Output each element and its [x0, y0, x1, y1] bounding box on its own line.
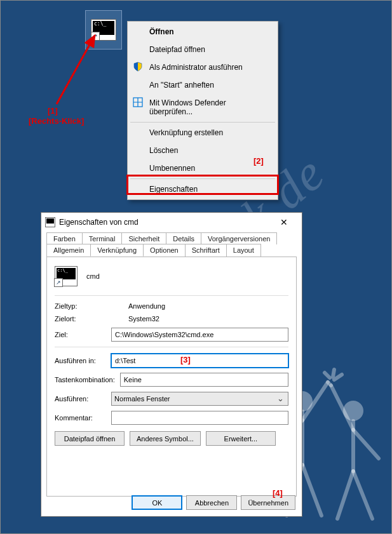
cmd-icon: [45, 217, 55, 227]
ctx-separator: [130, 178, 275, 179]
comment-input[interactable]: [111, 411, 288, 425]
ctx-separator: [130, 122, 275, 123]
ctx-defender-label: Mit Windows Defender überprüfen...: [149, 98, 226, 116]
target-loc-label: Zielort:: [55, 315, 123, 323]
divider: [55, 295, 288, 296]
run-label: Ausführen:: [55, 395, 106, 403]
run-select[interactable]: Normales Fenster: [111, 392, 288, 406]
hotkey-label: Tastenkombination:: [55, 376, 115, 384]
annotation-marker-3: [3]: [180, 355, 191, 364]
advanced-button[interactable]: Erweitert...: [206, 431, 276, 446]
target-type-label: Zieltyp:: [55, 302, 123, 310]
close-button[interactable]: ✕: [270, 215, 298, 230]
startin-input[interactable]: [111, 354, 288, 368]
tab-colors[interactable]: Farben: [46, 232, 83, 244]
ctx-run-admin-label: Als Administrator ausführen: [149, 63, 243, 72]
tab-row-1: Farben Terminal Sicherheit Details Vorgä…: [41, 232, 302, 244]
annotation-marker-1: [1]: [48, 106, 58, 116]
ok-button[interactable]: OK: [132, 495, 182, 510]
annotation-label-1: [Rechts-Klick]: [29, 116, 84, 126]
cmd-icon: ↗: [91, 19, 116, 41]
shortcut-overlay-icon: ↗: [91, 32, 100, 41]
tab-shortcut[interactable]: Verknüpfung: [90, 244, 144, 257]
tab-font[interactable]: Schriftart: [185, 244, 227, 257]
tab-panel-shortcut: ↗ cmd Zieltyp: Anwendung Zielort: System…: [46, 257, 297, 497]
hotkey-input[interactable]: [120, 373, 288, 387]
ctx-defender[interactable]: Mit Windows Defender überprüfen...: [128, 94, 278, 121]
ctx-open[interactable]: Öffnen: [128, 23, 278, 41]
ctx-create-shortcut[interactable]: Verknüpfung erstellen: [128, 124, 278, 142]
target-type-value: Anwendung: [128, 302, 288, 310]
tab-terminal[interactable]: Terminal: [82, 232, 123, 244]
desktop-shortcut-cmd[interactable]: ↗: [85, 10, 122, 50]
tab-details[interactable]: Details: [166, 232, 201, 244]
cmd-icon: ↗: [55, 266, 78, 286]
shortcut-name: cmd: [86, 272, 100, 280]
tab-layout[interactable]: Layout: [226, 244, 261, 257]
svg-point-1: [343, 401, 363, 421]
tab-general[interactable]: Allgemein: [46, 244, 91, 257]
tab-options[interactable]: Optionen: [143, 244, 186, 257]
target-input[interactable]: [111, 328, 288, 342]
target-label: Ziel:: [55, 331, 106, 338]
run-select-value: Normales Fenster: [114, 395, 170, 403]
ctx-run-admin[interactable]: Als Administrator ausführen: [128, 58, 278, 76]
cancel-button[interactable]: Abbrechen: [186, 495, 237, 510]
titlebar[interactable]: Eigenschaften von cmd ✕: [41, 213, 302, 232]
window-title: Eigenschaften von cmd: [59, 218, 139, 227]
context-menu: Öffnen Dateipfad öffnen Als Administrato…: [127, 21, 278, 200]
annotation-marker-2: [2]: [253, 156, 264, 166]
apply-button[interactable]: Übernehmen: [241, 495, 295, 510]
annotation-marker-4: [4]: [273, 488, 283, 498]
ctx-pin-start[interactable]: An "Start" anheften: [128, 76, 278, 94]
tab-row-2: Allgemein Verknüpfung Optionen Schriftar…: [41, 244, 302, 257]
tab-security[interactable]: Sicherheit: [121, 232, 166, 244]
tab-prev-versions[interactable]: Vorgängerversionen: [201, 232, 277, 244]
startin-label: Ausführen in:: [55, 357, 106, 364]
properties-dialog: Eigenschaften von cmd ✕ Farben Terminal …: [41, 212, 302, 517]
divider: [55, 347, 288, 347]
change-icon-button[interactable]: Anderes Symbol...: [130, 431, 201, 446]
comment-label: Kommentar:: [55, 414, 106, 422]
ctx-open-path[interactable]: Dateipfad öffnen: [128, 41, 278, 58]
defender-icon: [133, 97, 143, 107]
target-loc-value: System32: [128, 315, 288, 323]
open-path-button[interactable]: Dateipfad öffnen: [55, 431, 125, 446]
shield-icon: [133, 62, 143, 72]
ctx-properties[interactable]: Eigenschaften: [128, 180, 278, 198]
